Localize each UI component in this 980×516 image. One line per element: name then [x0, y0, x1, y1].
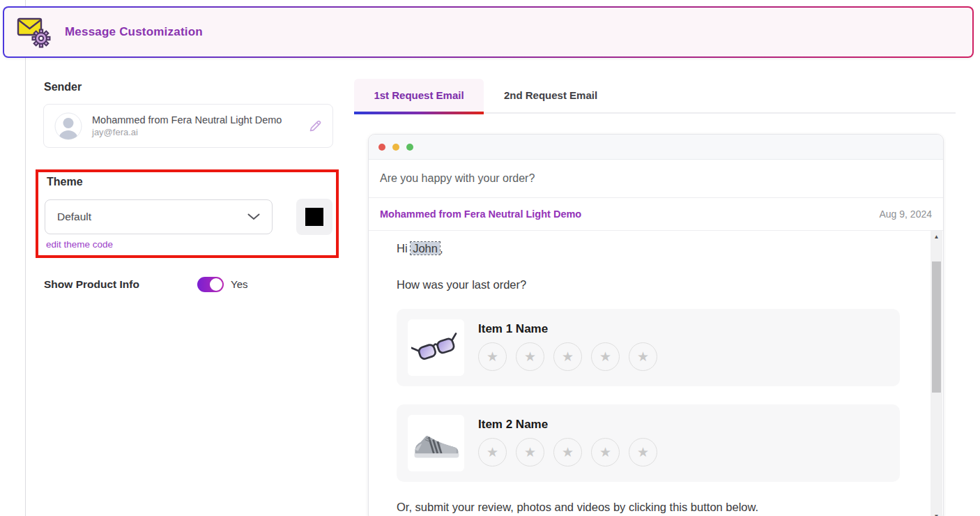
star-rating: ★ ★ ★ ★ ★ [478, 342, 657, 371]
active-tab-underline [354, 112, 484, 114]
pencil-icon [308, 119, 322, 133]
chevron-down-icon [247, 213, 260, 220]
star-3-button[interactable]: ★ [553, 438, 582, 466]
first-name-merge-token: John [411, 242, 440, 255]
star-2-button[interactable]: ★ [516, 438, 544, 466]
star-4-button[interactable]: ★ [591, 342, 620, 371]
scroll-up-arrow[interactable]: ▲ [931, 231, 942, 242]
sender-section-label: Sender [44, 81, 82, 93]
star-icon: ★ [562, 349, 574, 365]
star-icon: ★ [562, 444, 574, 460]
show-product-info-label: Show Product Info [44, 278, 139, 291]
traffic-light-green-icon [406, 144, 413, 151]
edit-sender-button[interactable] [308, 119, 322, 133]
star-5-button[interactable]: ★ [629, 438, 657, 466]
question-line: How was your last order? [397, 278, 910, 292]
footer-line: Or, submit your review, photos and video… [397, 501, 910, 515]
star-icon: ★ [487, 444, 498, 460]
sunglasses-product-image [408, 319, 464, 376]
email-from-row: Mohammed from Fera Neutral Light Demo Au… [369, 198, 943, 231]
message-customization-page: Message Customization Sender Mohammed fr… [0, 0, 980, 516]
email-date: Aug 9, 2024 [879, 208, 932, 220]
star-icon: ★ [487, 349, 498, 365]
scrollbar-thumb[interactable] [932, 261, 941, 393]
theme-color-picker[interactable] [296, 199, 332, 235]
theme-section-label: Theme [47, 176, 83, 188]
star-3-button[interactable]: ★ [553, 342, 582, 371]
star-5-button[interactable]: ★ [629, 342, 657, 371]
star-1-button[interactable]: ★ [478, 342, 507, 371]
item-name: Item 1 Name [478, 322, 657, 336]
star-2-button[interactable]: ★ [516, 342, 544, 371]
theme-selected-value: Default [57, 211, 91, 223]
traffic-light-yellow-icon [392, 144, 399, 151]
star-icon: ★ [599, 349, 611, 365]
page-title: Message Customization [65, 25, 203, 39]
sneaker-product-image [408, 415, 464, 471]
email-body: Hi John, How was your last order? [369, 231, 943, 516]
star-icon: ★ [524, 349, 536, 365]
item-name: Item 2 Name [478, 418, 657, 432]
sender-email: jay@fera.ai [92, 127, 282, 137]
tab-1st-request-email[interactable]: 1st Request Email [354, 79, 484, 112]
traffic-light-red-icon [378, 144, 385, 151]
star-icon: ★ [637, 444, 649, 460]
tab-divider [484, 112, 956, 114]
greeting-prefix: Hi [397, 242, 411, 255]
star-icon: ★ [524, 444, 536, 460]
theme-select[interactable]: Default [45, 199, 273, 234]
greeting-line: Hi John, [397, 242, 910, 256]
scroll-down-arrow[interactable]: ▼ [931, 510, 942, 516]
theme-color-swatch [305, 208, 323, 226]
browser-chrome-bar [369, 135, 943, 160]
envelope-gear-icon [16, 16, 52, 48]
star-icon: ★ [637, 349, 649, 365]
sender-card: Mohammed from Fera Neutral Light Demo ja… [43, 104, 333, 148]
message-customization-header: Message Customization [3, 6, 974, 58]
star-1-button[interactable]: ★ [478, 438, 507, 466]
toggle-value-label: Yes [231, 278, 247, 290]
star-rating: ★ ★ ★ ★ ★ [478, 438, 657, 466]
product-review-card-1: Item 1 Name ★ ★ ★ ★ ★ [397, 309, 900, 386]
product-review-card-2: Item 2 Name ★ ★ ★ ★ ★ [397, 404, 900, 482]
panel-divider [25, 0, 26, 516]
greeting-suffix: , [440, 242, 443, 255]
star-4-button[interactable]: ★ [591, 438, 620, 466]
email-scrollbar[interactable]: ▲ ▼ [931, 231, 942, 516]
email-preview-card: Are you happy with your order? Mohammed … [368, 134, 944, 516]
email-subject: Are you happy with your order? [369, 160, 943, 198]
edit-theme-code-link[interactable]: edit theme code [46, 239, 113, 250]
show-product-info-toggle[interactable] [197, 277, 224, 292]
toggle-knob [210, 278, 222, 291]
star-icon: ★ [599, 444, 611, 460]
tab-2nd-request-email[interactable]: 2nd Request Email [484, 79, 618, 112]
email-from-name: Mohammed from Fera Neutral Light Demo [380, 208, 581, 220]
sender-name: Mohammed from Fera Neutral Light Demo [92, 114, 282, 126]
avatar [54, 112, 82, 140]
